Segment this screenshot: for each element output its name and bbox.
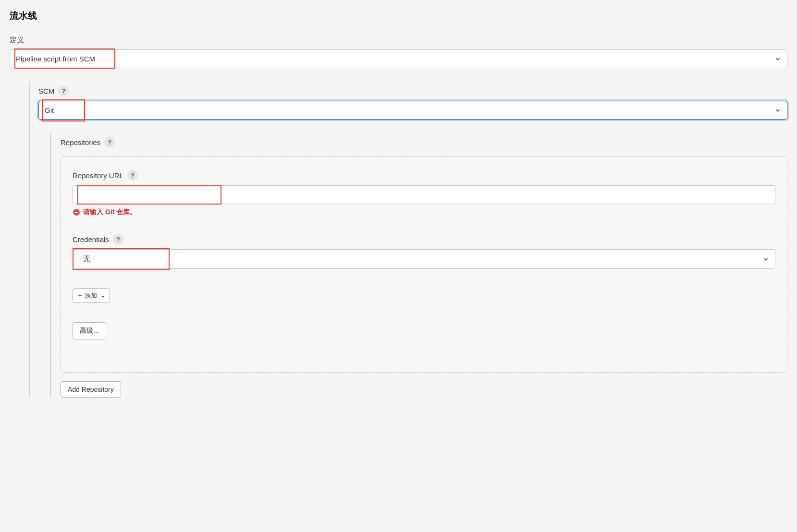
caret-down-icon [101, 293, 105, 297]
help-icon[interactable]: ? [127, 170, 138, 181]
scm-select-value: Git [45, 106, 54, 114]
svg-rect-1 [74, 212, 78, 213]
scm-block: SCM ? Git Repositories ? Repository URL [29, 82, 787, 398]
add-repository-button-label: Add Repository [68, 386, 114, 393]
credentials-label: Credentials [73, 235, 109, 243]
help-icon[interactable]: ? [58, 85, 69, 96]
repositories-label: Repositories [61, 138, 100, 146]
advanced-button[interactable]: 高级... [73, 322, 106, 339]
repository-url-group: Repository URL ? 请输入 Git 仓库。 [73, 170, 775, 217]
repository-url-label-row: Repository URL ? [73, 170, 775, 181]
repositories-label-row: Repositories ? [61, 137, 787, 147]
help-icon[interactable]: ? [104, 137, 115, 147]
pipeline-section: 流水线 定义 Pipeline script from SCM SCM ? Gi… [10, 10, 787, 398]
add-credentials-label: 添加 [85, 292, 97, 299]
chevron-down-icon [762, 256, 769, 263]
scm-select[interactable]: Git [38, 101, 787, 120]
definition-label: 定义 [10, 36, 787, 45]
plus-icon: + [78, 291, 82, 300]
error-icon [73, 208, 80, 216]
page-title: 流水线 [10, 10, 787, 22]
definition-field-group: 定义 Pipeline script from SCM [10, 36, 787, 68]
scm-label-row: SCM ? [38, 85, 787, 96]
repository-url-error-text: 请输入 Git 仓库。 [83, 208, 136, 217]
credentials-select[interactable]: - 无 - [73, 249, 775, 269]
chevron-down-icon [774, 107, 781, 114]
repository-url-label: Repository URL [73, 171, 123, 180]
repository-url-error: 请输入 Git 仓库。 [73, 208, 775, 217]
advanced-button-label: 高级... [80, 326, 99, 335]
repositories-block: Repositories ? Repository URL ? [50, 133, 787, 398]
credentials-group: Credentials ? - 无 - [73, 234, 775, 339]
definition-select-value: Pipeline script from SCM [16, 55, 95, 63]
definition-select[interactable]: Pipeline script from SCM [10, 49, 787, 68]
scm-label: SCM [38, 87, 54, 95]
repository-url-input[interactable] [73, 185, 775, 204]
credentials-label-row: Credentials ? [73, 234, 775, 244]
credentials-select-value: - 无 - [79, 254, 95, 264]
chevron-down-icon [774, 56, 781, 62]
add-repository-button[interactable]: Add Repository [61, 381, 121, 398]
repository-entry-box: Repository URL ? 请输入 Git 仓库。 [61, 156, 787, 373]
add-credentials-button[interactable]: + 添加 [73, 288, 110, 303]
help-icon[interactable]: ? [113, 234, 123, 244]
